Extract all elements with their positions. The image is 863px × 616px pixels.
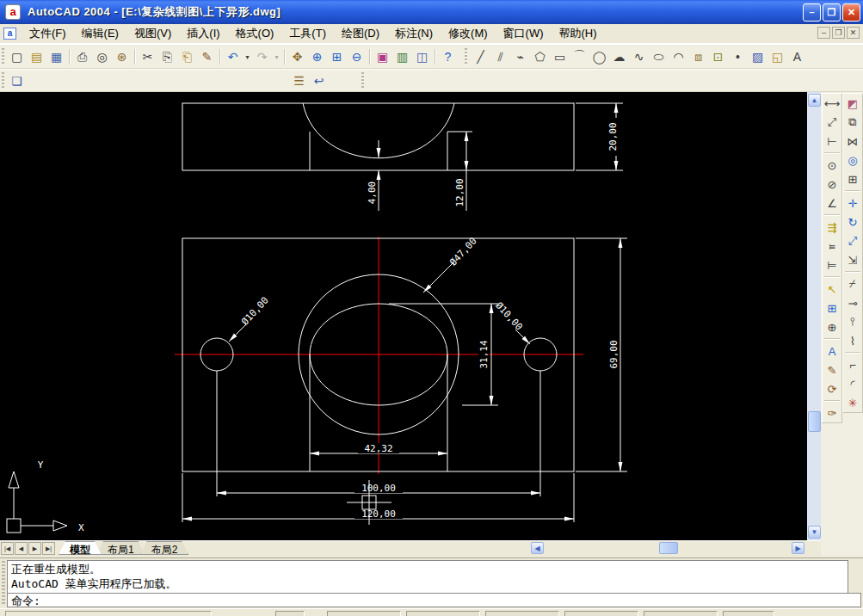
zoom-realtime-button[interactable]: ⊕	[307, 47, 327, 66]
linear-dimension-button[interactable]: ⟷	[823, 94, 841, 113]
print-button[interactable]: ⎙	[72, 47, 92, 66]
undo-dropdown-button[interactable]: ▾	[243, 47, 252, 66]
break-at-point-button[interactable]: ⫯	[843, 312, 862, 331]
status-toggle[interactable]	[564, 611, 638, 616]
menu-item[interactable]: 工具(T)	[281, 23, 334, 44]
menu-item[interactable]: 标注(N)	[387, 23, 441, 44]
command-input[interactable]: 命令:	[7, 593, 861, 607]
break-button[interactable]: ⌇	[843, 331, 862, 350]
zoom-window-button[interactable]: ⊞	[327, 47, 347, 66]
save-file-button[interactable]: ▦	[46, 47, 66, 66]
circle-button[interactable]: ◯	[589, 47, 609, 66]
doc-restore-button[interactable]: ❐	[832, 27, 845, 39]
help-button[interactable]: ?	[438, 47, 458, 66]
menu-item[interactable]: 绘图(D)	[334, 23, 387, 44]
rotate-button[interactable]: ↻	[843, 213, 862, 231]
paste-button[interactable]: ⎗	[177, 47, 197, 66]
quick-dimension-button[interactable]: ⇶	[823, 218, 841, 237]
tolerance-button[interactable]: ⊞	[823, 299, 841, 317]
redo-dropdown-button[interactable]: ▾	[272, 47, 281, 66]
horizontal-scroll-thumb[interactable]	[659, 542, 678, 554]
polyline-button[interactable]: ⌁	[510, 47, 530, 66]
status-toggle[interactable]	[327, 611, 401, 616]
center-mark-button[interactable]: ⊕	[823, 317, 841, 336]
app-icon[interactable]: a	[5, 4, 21, 20]
publish-button[interactable]: ⊛	[112, 47, 132, 66]
scroll-right-button[interactable]: ▶	[792, 542, 804, 554]
revision-cloud-button[interactable]: ☁	[609, 47, 629, 66]
print-preview-button[interactable]: ◎	[92, 47, 112, 66]
arc-button[interactable]: ⌒	[570, 47, 589, 66]
layer-previous-button[interactable]: ↩	[309, 71, 329, 90]
new-file-button[interactable]: ▢	[7, 47, 27, 66]
redo-button[interactable]: ↷	[252, 47, 272, 66]
insert-block-button[interactable]: ⧈	[688, 47, 708, 66]
menu-item[interactable]: 编辑(E)	[74, 23, 126, 44]
maximize-button[interactable]: ❐	[823, 3, 841, 22]
region-button[interactable]: ◱	[767, 47, 787, 66]
design-center-button[interactable]: ▥	[392, 47, 412, 66]
construction-line-button[interactable]: ⫽	[490, 47, 510, 66]
baseline-dimension-button[interactable]: ⫢	[823, 237, 841, 256]
minimize-button[interactable]: –	[803, 3, 821, 22]
dimension-edit-button[interactable]: ✎	[823, 360, 841, 379]
extend-button[interactable]: ⊸	[843, 293, 862, 312]
properties-button[interactable]: ▣	[373, 47, 392, 66]
command-history[interactable]: 正在重生成模型。 AutoCAD 菜单实用程序已加载。	[7, 560, 848, 593]
vertical-scroll-thumb[interactable]	[808, 411, 821, 432]
multiline-text-button[interactable]: A	[787, 47, 807, 66]
status-toggle[interactable]	[406, 611, 480, 616]
dimension-style-button[interactable]: ✑	[823, 403, 841, 422]
point-button[interactable]: •	[728, 47, 748, 66]
toolbar-grip[interactable]	[2, 72, 4, 89]
undo-button[interactable]: ↶	[223, 47, 243, 66]
menu-item[interactable]: 窗口(W)	[496, 23, 552, 44]
open-file-button[interactable]: ▤	[27, 47, 46, 66]
status-toggle[interactable]	[485, 611, 559, 616]
dimension-text-edit-button[interactable]: A	[823, 342, 841, 360]
vertical-scrollbar[interactable]	[807, 92, 821, 540]
fillet-button[interactable]: ◜	[843, 374, 862, 393]
toolbar-grip[interactable]	[361, 72, 364, 89]
menu-item[interactable]: 格式(O)	[228, 23, 282, 44]
trim-button[interactable]: ⌿	[843, 274, 862, 293]
scale-button[interactable]: ⤢	[843, 231, 862, 250]
stretch-button[interactable]: ⇲	[843, 250, 862, 269]
tab-模型[interactable]: 模型	[59, 541, 102, 555]
copy-button[interactable]: ⎘	[157, 47, 177, 66]
status-toggle[interactable]	[723, 611, 774, 616]
tab-nav-button[interactable]: ▶|	[42, 542, 55, 555]
menu-item[interactable]: 帮助(H)	[552, 23, 605, 44]
menu-item[interactable]: 视图(V)	[126, 23, 179, 44]
toolbar-grip[interactable]	[465, 48, 467, 65]
ellipse-arc-button[interactable]: ◠	[669, 47, 688, 66]
radius-dimension-button[interactable]: ⊙	[823, 156, 841, 175]
rectangle-button[interactable]: ▭	[550, 47, 570, 66]
explode-button[interactable]: ✳	[843, 393, 862, 412]
toolbar-grip[interactable]	[2, 48, 4, 65]
layers-manager-button[interactable]: ❏	[7, 71, 27, 90]
document-icon[interactable]: a	[3, 28, 16, 40]
array-button[interactable]: ⊞	[843, 169, 862, 188]
scroll-down-button[interactable]: ▼	[808, 526, 821, 539]
erase-button[interactable]: ◩	[843, 94, 862, 113]
angular-dimension-button[interactable]: ∠	[823, 194, 841, 213]
offset-button[interactable]: ◎	[843, 151, 862, 169]
close-button[interactable]: ✕	[842, 3, 860, 22]
doc-minimize-button[interactable]: –	[817, 27, 830, 39]
make-block-button[interactable]: ⊡	[708, 47, 728, 66]
drawing-canvas[interactable]: 20,00 4,00 12,00	[0, 92, 807, 540]
status-toggle[interactable]	[275, 611, 305, 616]
menu-item[interactable]: 插入(I)	[179, 23, 227, 44]
command-window-grip[interactable]	[2, 561, 5, 606]
tab-nav-button[interactable]: |◀	[1, 542, 14, 555]
continue-dimension-button[interactable]: ⊨	[823, 256, 841, 274]
scroll-up-button[interactable]: ▲	[808, 94, 821, 107]
polygon-button[interactable]: ⬠	[530, 47, 550, 66]
mirror-button[interactable]: ⋈	[843, 132, 862, 151]
cut-button[interactable]: ✂	[138, 47, 157, 66]
tab-布局2[interactable]: 布局2	[140, 541, 189, 555]
menu-item[interactable]: 文件(F)	[22, 23, 74, 44]
ordinate-dimension-button[interactable]: ⊢	[823, 132, 841, 151]
tool-palettes-button[interactable]: ◫	[412, 47, 432, 66]
